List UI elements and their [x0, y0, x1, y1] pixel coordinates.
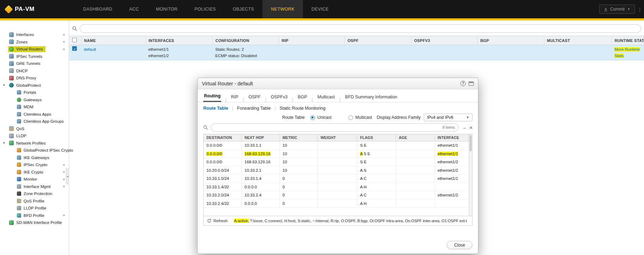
nav-tab-network[interactable]: NETWORK	[262, 0, 303, 18]
subtab-forwarding-table[interactable]: Forwarding Table	[237, 106, 271, 111]
search-input[interactable]	[80, 24, 641, 33]
col-configuration[interactable]: CONFIGURATION	[212, 36, 279, 45]
sidebar-item-body: MDM	[17, 105, 33, 109]
cell-interface: ethernet1/2	[435, 166, 469, 175]
sidebar-item-sd-wan-interface-profile[interactable]: SD-WAN Interface Profile	[0, 219, 69, 226]
route-table-row[interactable]: 10.33.1.4/320.0.0.00A H	[204, 183, 469, 192]
address-family-select[interactable]: IPv4 and IPv6 ▼	[424, 114, 472, 121]
refresh-button[interactable]: Refresh	[213, 219, 228, 223]
route-table-row[interactable]: 10.33.2.0/2410.33.2.40A Cethernet1/2	[204, 191, 469, 200]
sidebar-item-globalprotect[interactable]: ▾GlobalProtect	[0, 82, 69, 89]
sidebar-item-globalprotect-ipsec-crypto[interactable]: GlobalProtect IPSec Crypto	[0, 147, 69, 154]
sidebar-item-clientless-app-groups[interactable]: Clientless App Groups	[0, 118, 69, 125]
sidebar-item-interfaces[interactable]: Interfaces	[0, 31, 69, 38]
table-row[interactable]: default ethernet1/1 ethernet1/2 Static R…	[69, 45, 644, 60]
sidebar-item-mdm[interactable]: MDM	[0, 103, 69, 111]
tab-multicast[interactable]: Multicast	[317, 95, 335, 102]
sidebar-item-dhcp[interactable]: DHCP	[0, 67, 69, 75]
commit-button[interactable]: Commit ▼	[599, 5, 635, 14]
sidebar-item-zones[interactable]: Zones	[0, 38, 69, 46]
sidebar-item-zone-protection[interactable]: Zone Protection	[0, 190, 69, 198]
sidebar-item-portals[interactable]: Portals	[0, 89, 69, 96]
more-runtime-stats-link[interactable]: More Runtime Stats	[614, 47, 640, 58]
cell-weight	[318, 175, 357, 183]
col-name[interactable]: NAME	[81, 36, 145, 45]
sidebar-item-qos[interactable]: QoS	[0, 125, 69, 133]
close-button[interactable]: Close	[447, 241, 472, 249]
col-interface[interactable]: INTERFACE	[435, 134, 469, 141]
sidebar-item-label: DHCP	[16, 69, 28, 73]
sidebar-collapse-handle[interactable]: ◂	[66, 169, 69, 184]
router-name-link[interactable]: default	[84, 47, 96, 51]
col-rip[interactable]: RIP	[279, 36, 345, 45]
cell-runtime-stats: More Runtime Stats	[612, 45, 644, 60]
sidebar-item-network-profiles[interactable]: ▾Network Profiles	[0, 140, 69, 147]
chevron-down-icon[interactable]: ▾	[3, 141, 5, 145]
nav-tab-objects[interactable]: OBJECTS	[224, 0, 262, 18]
sidebar-item-lldp-profile[interactable]: LLDP Profile	[0, 205, 69, 212]
route-table-footer: Refresh A:active, ?:loose, C:connect, H:…	[204, 216, 472, 225]
sidebar-item-ipsec-crypto[interactable]: IPSec Crypto	[0, 161, 69, 169]
col-interfaces[interactable]: INTERFACES	[145, 36, 212, 45]
sidebar-item-ipsec-tunnels[interactable]: IPSec Tunnels	[0, 53, 69, 60]
col-next-hop[interactable]: NEXT HOP	[242, 134, 280, 141]
tab-ospfv3[interactable]: OSPFv3	[270, 95, 288, 102]
sidebar-item-clientless-apps[interactable]: Clientless Apps	[0, 111, 69, 118]
sidebar-item-lldp[interactable]: LLDP	[0, 132, 69, 140]
sidebar-item-bfd-profile[interactable]: BFD Profile	[0, 212, 69, 219]
scrollbar[interactable]	[469, 134, 472, 216]
sidebar-item-gre-tunnels[interactable]: GRE Tunnels	[0, 60, 69, 67]
main-nav: DASHBOARD ACC MONITOR POLICIES OBJECTS N…	[75, 0, 337, 18]
subtab-route-table[interactable]: Route Table	[203, 106, 228, 111]
sidebar-item-label: IPSec Tunnels	[16, 54, 42, 59]
tab-ospf[interactable]: OSPF	[248, 95, 261, 102]
col-runtime-stats[interactable]: RUNTIME STATS	[612, 36, 644, 45]
scrollbar-thumb[interactable]	[470, 135, 472, 151]
multicast-radio[interactable]	[348, 115, 353, 120]
col-bgp[interactable]: BGP	[477, 36, 544, 45]
route-table-row[interactable]: 0.0.0.0/0168.63.129.1610A S Eethernet1/1	[204, 150, 469, 158]
col-destination[interactable]: DESTINATION	[204, 134, 242, 141]
sidebar-item-monitor[interactable]: Monitor	[0, 176, 69, 183]
cell-multicast	[544, 45, 612, 60]
sidebar-item-virtual-routers[interactable]: Virtual Routers	[0, 45, 69, 53]
route-table-row[interactable]: 0.0.0.0/0168.63.129.1610S Eethernet1/2	[204, 158, 469, 166]
route-table-row[interactable]: 0.0.0.0/010.33.1.110S Eethernet1/1	[204, 141, 469, 150]
col-ospf[interactable]: OSPF	[345, 36, 411, 45]
sidebar-item-ike-crypto[interactable]: IKE Crypto	[0, 169, 69, 176]
nav-tab-monitor[interactable]: MONITOR	[147, 0, 186, 18]
apply-filter-icon[interactable]: →	[462, 125, 466, 130]
clear-filter-icon[interactable]: ×	[469, 125, 472, 130]
sidebar-item-qos-profile[interactable]: QoS Profile	[0, 198, 69, 205]
tab-bgp[interactable]: BGP	[297, 95, 308, 102]
help-icon[interactable]: ?	[460, 81, 466, 86]
col-flags[interactable]: FLAGS	[357, 134, 396, 141]
sidebar-item-ike-gateways[interactable]: IKE Gateways	[0, 154, 69, 162]
tab-bfd-summary[interactable]: BFD Summary Information	[345, 95, 398, 102]
col-age[interactable]: AGE	[396, 134, 435, 141]
tab-routing[interactable]: Routing	[203, 93, 221, 102]
route-table-row[interactable]: 10.33.1.0/2410.33.1.40A Cethernet1/1	[204, 175, 469, 183]
nav-tab-dashboard[interactable]: DASHBOARD	[75, 0, 121, 18]
route-search-input[interactable]: 8 items	[211, 123, 459, 132]
col-metric[interactable]: METRIC	[280, 134, 318, 141]
sidebar-item-interface-mgmt[interactable]: Interface Mgmt	[0, 183, 69, 190]
sidebar-item-dns-proxy[interactable]: DNS Proxy	[0, 74, 69, 82]
chevron-down-icon[interactable]: ▾	[3, 83, 5, 87]
route-table-row[interactable]: 10.33.2.4/320.0.0.00A H	[204, 200, 469, 208]
route-table-row[interactable]: 10.20.0.0/2410.33.2.110A Sethernet1/2	[204, 166, 469, 175]
popout-icon[interactable]	[469, 81, 474, 86]
col-weight[interactable]: WEIGHT	[318, 134, 357, 141]
select-all-checkbox[interactable]	[72, 38, 77, 42]
nav-tab-policies[interactable]: POLICIES	[186, 0, 224, 18]
col-ospfv3[interactable]: OSPFV3	[411, 36, 477, 45]
row-checkbox[interactable]	[72, 46, 77, 51]
refresh-icon[interactable]	[207, 219, 211, 223]
col-multicast[interactable]: MULTICAST	[544, 36, 612, 45]
tab-rip[interactable]: RIP	[230, 95, 239, 102]
nav-tab-device[interactable]: DEVICE	[303, 0, 337, 18]
unicast-radio[interactable]	[310, 115, 315, 120]
nav-tab-acc[interactable]: ACC	[121, 0, 148, 18]
sidebar-item-gateways[interactable]: Gateways	[0, 96, 69, 104]
subtab-static-route-monitoring[interactable]: Static Route Monitoring	[280, 106, 326, 111]
